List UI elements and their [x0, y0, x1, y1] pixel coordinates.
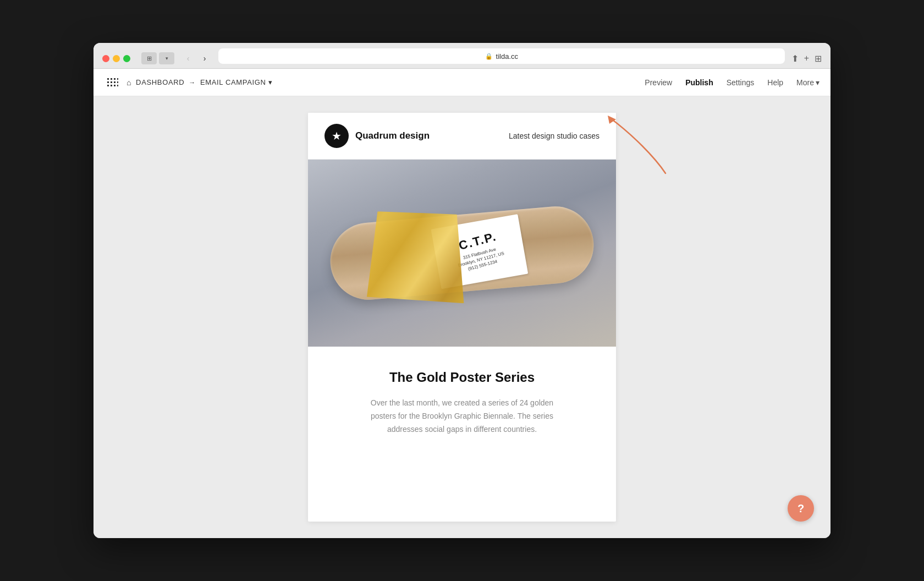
browser-window: ⊞ ▾ ‹ › 🔒 tilda.cc ⬆ + ⊞ [94, 43, 831, 538]
logo-star-icon: ★ [332, 129, 342, 142]
back-button[interactable]: ‹ [181, 51, 195, 65]
url-text: tilda.cc [496, 52, 518, 61]
email-hero-image: C.T.P. 315 Flatbush AveBrooklyn, NY 1121… [308, 160, 616, 347]
traffic-lights [102, 55, 130, 62]
settings-button[interactable]: Settings [727, 76, 755, 89]
more-dropdown-icon: ▾ [816, 78, 820, 87]
more-button[interactable]: More ▾ [796, 78, 820, 87]
email-preview: ★ Quadrum design Latest design studio ca… [308, 113, 616, 522]
breadcrumb: ⌂ DASHBOARD → EMAIL CAMPAIGN ▾ [127, 78, 272, 87]
article-title: The Gold Poster Series [341, 369, 583, 386]
brand-logo: ★ Quadrum design [324, 124, 430, 148]
browser-toolbar-icons: ⬆ + ⊞ [791, 53, 822, 64]
browser-top-bar: ⊞ ▾ ‹ › 🔒 tilda.cc ⬆ + ⊞ [102, 48, 822, 68]
forward-button[interactable]: › [197, 51, 212, 65]
breadcrumb-item-dashboard[interactable]: DASHBOARD [136, 78, 184, 86]
email-header: ★ Quadrum design Latest design studio ca… [308, 113, 616, 160]
preview-button[interactable]: Preview [645, 76, 672, 89]
article-text: Over the last month, we created a series… [369, 397, 556, 436]
browser-chrome: ⊞ ▾ ‹ › 🔒 tilda.cc ⬆ + ⊞ [94, 43, 831, 69]
address-bar[interactable]: 🔒 tilda.cc [218, 48, 785, 64]
grid-icon[interactable]: ⊞ [815, 53, 822, 64]
email-body: The Gold Poster Series Over the last mon… [308, 347, 616, 458]
sidebar-toggle-arrow[interactable]: ▾ [159, 52, 174, 64]
maximize-button[interactable] [123, 55, 130, 62]
nav-actions: Preview Publish Settings Help More ▾ [645, 76, 820, 89]
address-bar-container: 🔒 tilda.cc [218, 48, 785, 68]
zigzag-decoration [107, 85, 118, 86]
app-navbar: ⌂ DASHBOARD → EMAIL CAMPAIGN ▾ Preview P… [94, 69, 831, 96]
new-tab-icon[interactable]: + [804, 53, 809, 63]
logo-circle: ★ [324, 124, 349, 148]
breadcrumb-item-campaign[interactable]: EMAIL CAMPAIGN ▾ [200, 78, 272, 86]
sidebar-toggle-icon[interactable] [105, 78, 127, 86]
zigzag-decoration [107, 81, 118, 83]
minimize-button[interactable] [113, 55, 120, 62]
help-nav-button[interactable]: Help [767, 76, 783, 89]
close-button[interactable] [102, 55, 109, 62]
share-icon[interactable]: ⬆ [791, 53, 799, 64]
publish-button[interactable]: Publish [685, 76, 713, 89]
window-controls: ⊞ ▾ [141, 52, 174, 64]
brand-name: Quadrum design [355, 130, 430, 141]
email-tagline: Latest design studio cases [509, 131, 600, 140]
main-content: ★ Quadrum design Latest design studio ca… [94, 96, 831, 538]
sidebar-toggle[interactable]: ⊞ [141, 52, 157, 64]
home-icon[interactable]: ⌂ [127, 78, 131, 87]
breadcrumb-separator: → [189, 79, 196, 86]
help-button[interactable]: ? [788, 495, 814, 522]
dropdown-arrow-icon: ▾ [268, 78, 273, 86]
lock-icon: 🔒 [485, 53, 493, 60]
nav-arrows: ‹ › [181, 51, 212, 65]
zigzag-decoration [107, 78, 118, 80]
tube-illustration: C.T.P. 315 Flatbush AveBrooklyn, NY 1121… [308, 160, 616, 347]
